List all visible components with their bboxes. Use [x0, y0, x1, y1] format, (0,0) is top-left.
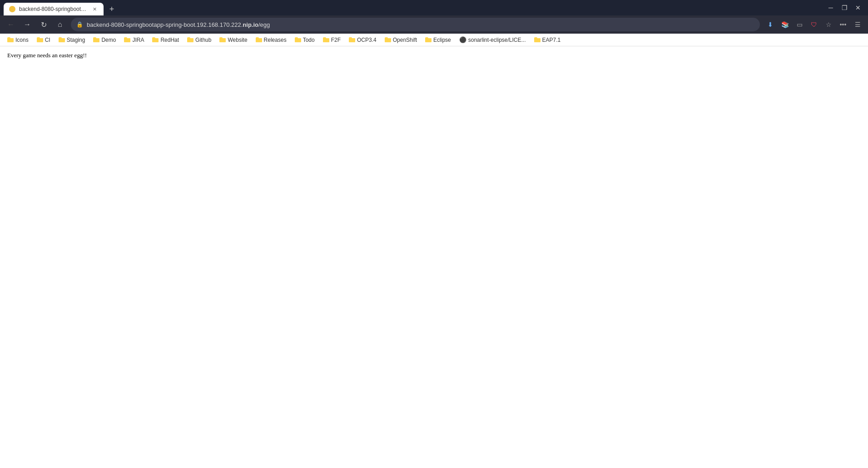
tab-close-button[interactable]: ✕: [91, 5, 98, 13]
sidebar-button[interactable]: ▭: [793, 18, 806, 31]
bookmark-staging[interactable]: Staging: [55, 35, 89, 45]
folder-icon: [349, 37, 355, 42]
bookmark-label: Staging: [67, 37, 85, 43]
bookmark-label: EAP7.1: [542, 37, 561, 43]
window-controls: ─ ❐ ✕: [824, 1, 864, 14]
home-button[interactable]: ⌂: [53, 17, 67, 32]
menu-button[interactable]: ☰: [851, 18, 864, 31]
bookmark-label: RedHat: [160, 37, 179, 43]
page-content: Every game needs an easter egg!!: [0, 46, 868, 468]
bookmark-label: Github: [195, 37, 211, 43]
folder-icon: [219, 37, 226, 42]
bookmark-label: JIRA: [132, 37, 144, 43]
address-prefix: backend-8080-springbootapp-spring-boot.1…: [87, 21, 243, 28]
titlebar: backend-8080-springbootapp-... ✕ + ─ ❐ ✕: [0, 0, 868, 15]
bookmark-f2f[interactable]: F2F: [319, 35, 344, 45]
easter-egg-text: Every game needs an easter egg!!: [7, 52, 861, 59]
bookmark-label: OpenShift: [393, 37, 417, 43]
toolbar: ← → ↻ ⌂ 🔒 backend-8080-springbootapp-spr…: [0, 15, 868, 34]
toolbar-actions: ⬇ 📚 ▭ 🛡 ☆ ••• ☰: [764, 18, 864, 31]
tab-area: backend-8080-springbootapp-... ✕ +: [4, 0, 819, 15]
folder-icon: [37, 37, 43, 42]
tab-favicon: [9, 6, 15, 12]
restore-button[interactable]: ❐: [838, 1, 851, 14]
bookmark-redhat[interactable]: RedHat: [149, 35, 183, 45]
bookmark-label: F2F: [331, 37, 341, 43]
bookmark-label: Eclipse: [433, 37, 451, 43]
folder-icon: [152, 37, 159, 42]
bookmark-label: Todo: [303, 37, 315, 43]
bookmark-ci[interactable]: CI: [33, 35, 54, 45]
bookmark-label: Releases: [264, 37, 287, 43]
folder-icon: [124, 37, 130, 42]
bookmark-sonarlint[interactable]: ⚫sonarlint-eclipse/LICE...: [456, 35, 530, 45]
address-bar[interactable]: 🔒 backend-8080-springbootapp-spring-boot…: [71, 18, 760, 31]
bookmark-github[interactable]: Github: [184, 35, 215, 45]
folder-icon: [295, 37, 301, 42]
bookmark-label: Demo: [101, 37, 116, 43]
bookmark-releases[interactable]: Releases: [252, 35, 290, 45]
bookmark-eclipse[interactable]: Eclipse: [422, 35, 455, 45]
bookmark-label: sonarlint-eclipse/LICE...: [468, 37, 526, 43]
forward-button[interactable]: →: [20, 17, 35, 32]
bookmark-label: CI: [45, 37, 50, 43]
reload-button[interactable]: ↻: [36, 17, 51, 32]
bookmark-jira[interactable]: JIRA: [120, 35, 148, 45]
folder-icon: [187, 37, 193, 42]
new-tab-button[interactable]: +: [105, 3, 118, 15]
library-button[interactable]: 📚: [778, 18, 792, 31]
more-button[interactable]: •••: [836, 18, 850, 31]
folder-icon: [534, 37, 541, 42]
back-button[interactable]: ←: [4, 17, 18, 32]
address-path: /egg: [258, 21, 270, 28]
folder-icon: [425, 37, 432, 42]
bookmark-label: Website: [228, 37, 247, 43]
bookmark-demo[interactable]: Demo: [89, 35, 119, 45]
pocket-button[interactable]: 🛡: [807, 18, 821, 31]
folder-icon: [385, 37, 391, 42]
lock-icon: 🔒: [76, 21, 83, 28]
tab-title: backend-8080-springbootapp-...: [19, 6, 87, 12]
bookmark-openshift[interactable]: OpenShift: [381, 35, 421, 45]
bookmark-label: OCP3.4: [357, 37, 377, 43]
bookmark-star-button[interactable]: ☆: [822, 18, 835, 31]
minimize-button[interactable]: ─: [824, 1, 837, 14]
bookmarks-bar: IconsCIStagingDemoJIRARedHatGithubWebsit…: [0, 34, 868, 46]
bookmark-label: Icons: [15, 37, 29, 43]
github-icon: ⚫: [459, 36, 466, 43]
bookmark-website[interactable]: Website: [216, 35, 251, 45]
address-text: backend-8080-springbootapp-spring-boot.1…: [87, 21, 754, 28]
folder-icon: [256, 37, 262, 42]
folder-icon: [93, 37, 99, 42]
folder-icon: [323, 37, 329, 42]
close-button[interactable]: ✕: [852, 1, 864, 14]
active-tab[interactable]: backend-8080-springbootapp-... ✕: [4, 3, 104, 15]
bookmark-todo[interactable]: Todo: [291, 35, 318, 45]
download-button[interactable]: ⬇: [764, 18, 777, 31]
bookmark-eap71[interactable]: EAP7.1: [531, 35, 565, 45]
address-domain: nip.io: [243, 21, 258, 28]
bookmark-ocp34[interactable]: OCP3.4: [345, 35, 380, 45]
folder-icon: [7, 37, 14, 42]
bookmark-icons[interactable]: Icons: [4, 35, 32, 45]
folder-icon: [59, 37, 65, 42]
